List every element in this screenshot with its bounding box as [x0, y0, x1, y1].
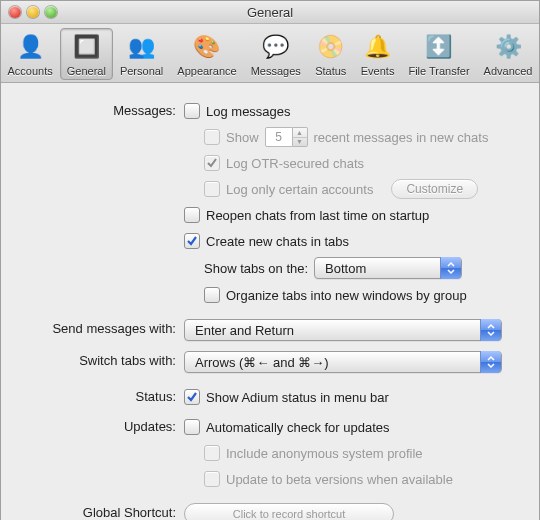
- beta-label: Update to beta versions when available: [226, 472, 453, 487]
- personal-icon: 👥: [126, 31, 158, 63]
- switch-tabs-value: Arrows (⌘← and ⌘→): [195, 355, 329, 370]
- log-otr-checkbox: [204, 155, 220, 171]
- section-heading-switch: Switch tabs with:: [21, 351, 184, 368]
- events-icon: 🔔: [362, 31, 394, 63]
- log-messages-checkbox[interactable]: [184, 103, 200, 119]
- general-icon: 🔲: [70, 31, 102, 63]
- switch-tabs-select[interactable]: Arrows (⌘← and ⌘→): [184, 351, 502, 373]
- send-with-value: Enter and Return: [195, 323, 294, 338]
- recent-count-stepper: ▲ ▼: [265, 127, 308, 147]
- toolbar-advanced[interactable]: ⚙️ Advanced: [477, 28, 540, 80]
- tabs-label: Create new chats in tabs: [206, 234, 349, 249]
- popup-arrows-icon: [480, 351, 501, 373]
- organize-tabs-label: Organize tabs into new windows by group: [226, 288, 467, 303]
- menubar-label: Show Adium status in menu bar: [206, 390, 389, 405]
- toolbar-file-transfer[interactable]: ↕️ File Transfer: [401, 28, 476, 80]
- section-heading-updates: Updates:: [21, 417, 184, 434]
- toolbar-label: Advanced: [484, 65, 533, 77]
- preferences-body: Messages: Log messages Show ▲ ▼: [1, 83, 539, 520]
- toolbar-appearance[interactable]: 🎨 Appearance: [170, 28, 243, 80]
- popup-arrows-icon: [480, 319, 501, 341]
- status-icon: 📀: [315, 31, 347, 63]
- tabs-checkbox[interactable]: [184, 233, 200, 249]
- auto-update-label: Automatically check for updates: [206, 420, 390, 435]
- accounts-icon: 👤: [14, 31, 46, 63]
- show-tabs-value: Bottom: [325, 261, 366, 276]
- stepper-down-icon: ▼: [293, 138, 307, 147]
- popup-arrows-icon: [440, 257, 461, 279]
- auto-update-checkbox[interactable]: [184, 419, 200, 435]
- toolbar-label: File Transfer: [408, 65, 469, 77]
- toolbar-label: Accounts: [8, 65, 53, 77]
- log-otr-label: Log OTR-secured chats: [226, 156, 364, 171]
- advanced-icon: ⚙️: [492, 31, 524, 63]
- messages-icon: 💬: [260, 31, 292, 63]
- menubar-checkbox[interactable]: [184, 389, 200, 405]
- toolbar-label: General: [67, 65, 106, 77]
- file-transfer-icon: ↕️: [423, 31, 455, 63]
- show-recent-post: recent messages in new chats: [314, 130, 489, 145]
- toolbar-label: Status: [315, 65, 346, 77]
- toolbar-messages[interactable]: 💬 Messages: [244, 28, 308, 80]
- shortcut-placeholder: Click to record shortcut: [233, 508, 345, 520]
- log-messages-label: Log messages: [206, 104, 291, 119]
- log-only-checkbox: [204, 181, 220, 197]
- show-recent-checkbox: [204, 129, 220, 145]
- send-with-select[interactable]: Enter and Return: [184, 319, 502, 341]
- beta-checkbox: [204, 471, 220, 487]
- toolbar-label: Events: [361, 65, 395, 77]
- show-tabs-label: Show tabs on the:: [204, 261, 308, 276]
- show-tabs-select[interactable]: Bottom: [314, 257, 462, 279]
- traffic-lights: [1, 6, 57, 18]
- toolbar-events[interactable]: 🔔 Events: [354, 28, 402, 80]
- minimize-button[interactable]: [27, 6, 39, 18]
- preferences-toolbar: 👤 Accounts 🔲 General 👥 Personal 🎨 Appear…: [1, 24, 539, 83]
- profile-checkbox: [204, 445, 220, 461]
- titlebar: General: [1, 1, 539, 24]
- close-button[interactable]: [9, 6, 21, 18]
- customize-button: Customize: [391, 179, 478, 199]
- log-only-label: Log only certain accounts: [226, 182, 373, 197]
- reopen-chats-label: Reopen chats from last time on startup: [206, 208, 429, 223]
- profile-label: Include anonymous system profile: [226, 446, 423, 461]
- zoom-button[interactable]: [45, 6, 57, 18]
- toolbar-personal[interactable]: 👥 Personal: [113, 28, 170, 80]
- section-heading-messages: Messages:: [21, 101, 184, 118]
- reopen-chats-checkbox[interactable]: [184, 207, 200, 223]
- organize-tabs-checkbox[interactable]: [204, 287, 220, 303]
- show-recent-pre: Show: [226, 130, 259, 145]
- shortcut-recorder[interactable]: Click to record shortcut: [184, 503, 394, 520]
- toolbar-accounts[interactable]: 👤 Accounts: [1, 28, 60, 80]
- appearance-icon: 🎨: [191, 31, 223, 63]
- section-heading-status: Status:: [21, 387, 184, 404]
- recent-count-input: [265, 127, 293, 147]
- toolbar-label: Messages: [251, 65, 301, 77]
- toolbar-label: Appearance: [177, 65, 236, 77]
- section-heading-shortcut: Global Shortcut:: [21, 503, 184, 520]
- toolbar-label: Personal: [120, 65, 163, 77]
- section-heading-send: Send messages with:: [21, 319, 184, 336]
- toolbar-status[interactable]: 📀 Status: [308, 28, 354, 80]
- stepper-up-icon: ▲: [293, 128, 307, 138]
- toolbar-general[interactable]: 🔲 General: [60, 28, 113, 80]
- window-title: General: [1, 5, 539, 20]
